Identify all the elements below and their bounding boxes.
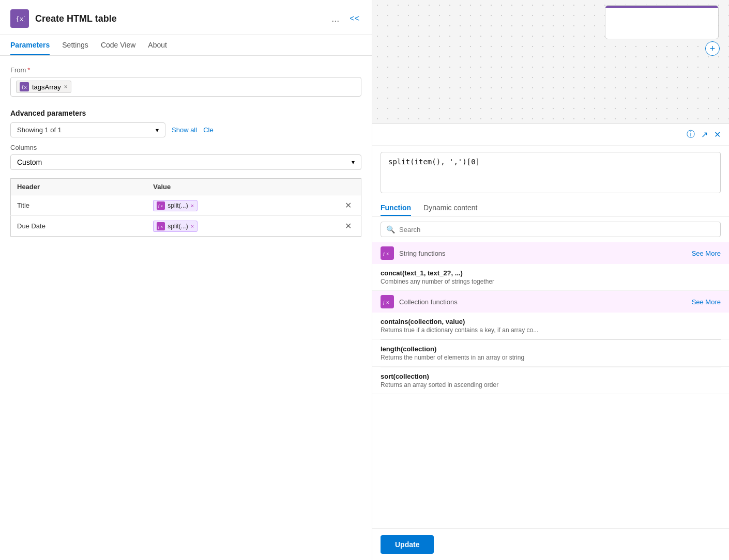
svg-text:{x}: {x} [16, 15, 25, 23]
header-actions: ... << [329, 11, 361, 26]
row1-delete-button[interactable]: ✕ [342, 199, 355, 211]
show-all-button[interactable]: Show all [172, 126, 197, 134]
svg-text:f: f [383, 251, 385, 256]
panel-logo-icon: {x} [14, 13, 25, 24]
columns-dropdown[interactable]: Custom ▾ [10, 154, 361, 170]
update-area: Update [372, 528, 729, 560]
row2-delete-button[interactable]: ✕ [342, 220, 355, 232]
string-functions-category: fx String functions See More [372, 242, 729, 264]
function-item-sort[interactable]: sort(collection) Returns an array sorted… [372, 367, 729, 394]
columns-label: Columns [10, 144, 361, 151]
search-input[interactable] [399, 226, 715, 234]
table-row: Title fx split(...) × ✕ [11, 195, 361, 216]
canvas-add-button[interactable]: + [705, 41, 720, 56]
row2-header: Due Date [11, 216, 147, 237]
row2-token-label: split(...) [168, 223, 188, 230]
token-remove-button[interactable]: × [64, 83, 68, 90]
header-col: Header [11, 179, 147, 195]
row1-header: Title [11, 195, 147, 216]
row1-value-cell: fx split(...) × [147, 195, 336, 216]
required-indicator: * [27, 66, 30, 74]
sort-name: sort(collection) [381, 372, 721, 380]
tab-dynamic-content[interactable]: Dynamic content [423, 199, 477, 216]
length-name: length(collection) [381, 345, 721, 353]
panel-icon: {x} [10, 9, 29, 28]
row2-token-close[interactable]: × [191, 223, 194, 229]
row2-split-token[interactable]: fx split(...) × [153, 221, 198, 232]
string-functions-fx-icon: fx [381, 246, 394, 260]
search-box: 🔍 [381, 222, 721, 237]
length-desc: Returns the number of elements in an arr… [381, 354, 721, 361]
more-options-button[interactable]: ... [329, 11, 341, 26]
svg-text:x: x [386, 300, 389, 305]
tab-about[interactable]: About [148, 35, 167, 55]
expand-icon-button[interactable]: ↗ [701, 130, 708, 139]
columns-value: Custom [17, 158, 42, 166]
tab-code-view[interactable]: Code View [101, 35, 135, 55]
svg-text:x: x [386, 251, 389, 256]
collection-functions-category: fx Collection functions See More [372, 291, 729, 313]
advanced-parameters-section: Advanced parameters Showing 1 of 1 ▾ Sho… [10, 109, 361, 237]
string-functions-label: String functions [399, 250, 687, 257]
showing-text: Showing 1 of 1 [17, 126, 62, 134]
canvas-card [605, 5, 719, 39]
function-item-length[interactable]: length(collection) Returns the number of… [372, 340, 729, 367]
from-field-container: From* {x} tagsArray × [10, 66, 361, 97]
collection-functions-fx-icon: fx [381, 295, 394, 308]
function-panel: ⓘ ↗ ✕ split(item(), ',')[0] Function Dyn… [372, 124, 729, 560]
function-panel-header: ⓘ ↗ ✕ [372, 124, 729, 146]
function-item-concat[interactable]: concat(text_1, text_2?, ...) Combines an… [372, 264, 729, 291]
row1-token-fx-icon: fx [157, 201, 165, 210]
left-panel: {x} Create HTML table ... << Parameters … [0, 0, 372, 560]
tags-array-token[interactable]: {x} tagsArray × [16, 81, 71, 93]
value-col: Value [147, 179, 336, 195]
close-icon-button[interactable]: ✕ [714, 130, 721, 139]
token-fx-icon: {x} [20, 82, 29, 91]
function-list: fx String functions See More concat(text… [372, 242, 729, 528]
columns-chevron-icon: ▾ [352, 159, 355, 166]
string-functions-see-more[interactable]: See More [692, 250, 721, 257]
right-panel: + ⓘ ↗ ✕ split(item(), ',')[0] Function D… [372, 0, 729, 560]
search-icon: 🔍 [386, 225, 395, 234]
token-label: tagsArray [32, 83, 61, 91]
row1-split-token[interactable]: fx split(...) × [153, 200, 198, 211]
row1-token-close[interactable]: × [191, 203, 194, 209]
tabs-bar: Parameters Settings Code View About [0, 35, 372, 56]
tab-settings[interactable]: Settings [62, 35, 88, 55]
showing-row: Showing 1 of 1 ▾ Show all Cle [10, 122, 361, 137]
svg-text:x: x [160, 224, 163, 229]
function-tabs: Function Dynamic content [372, 199, 729, 216]
row1-delete-cell: ✕ [336, 195, 361, 216]
svg-text:{x}: {x} [21, 85, 27, 90]
tab-parameters[interactable]: Parameters [10, 35, 50, 55]
search-area: 🔍 [372, 216, 729, 242]
showing-dropdown[interactable]: Showing 1 of 1 ▾ [10, 122, 165, 137]
function-item-contains[interactable]: contains(collection, value) Returns true… [372, 313, 729, 339]
row1-token-label: split(...) [168, 202, 188, 209]
concat-name: concat(text_1, text_2?, ...) [381, 269, 721, 277]
table-row: Due Date fx split(...) × ✕ [11, 216, 361, 237]
collection-functions-label: Collection functions [399, 298, 687, 306]
row2-token-fx-icon: fx [157, 222, 165, 230]
from-label: From* [10, 66, 361, 74]
action-col [336, 179, 361, 195]
panel-title: Create HTML table [35, 13, 329, 24]
collapse-button[interactable]: << [347, 12, 361, 25]
concat-desc: Combines any number of strings together [381, 278, 721, 285]
contains-desc: Returns true if a dictionary contains a … [381, 326, 721, 334]
from-token-field[interactable]: {x} tagsArray × [10, 77, 361, 97]
row2-delete-cell: ✕ [336, 216, 361, 237]
chevron-down-icon: ▾ [156, 127, 159, 134]
formula-bar[interactable]: split(item(), ',')[0] [381, 152, 721, 193]
svg-text:f: f [383, 300, 385, 305]
columns-table: Header Value Title fx split [10, 178, 361, 237]
clear-button[interactable]: Cle [203, 126, 214, 134]
info-circle-icon-button[interactable]: ⓘ [687, 129, 695, 140]
canvas-area: + [372, 0, 729, 124]
canvas-card-body [605, 8, 718, 39]
row2-value-cell: fx split(...) × [147, 216, 336, 237]
tab-function[interactable]: Function [381, 199, 411, 216]
update-button[interactable]: Update [381, 535, 434, 554]
svg-text:f: f [158, 204, 160, 208]
collection-functions-see-more[interactable]: See More [692, 298, 721, 306]
